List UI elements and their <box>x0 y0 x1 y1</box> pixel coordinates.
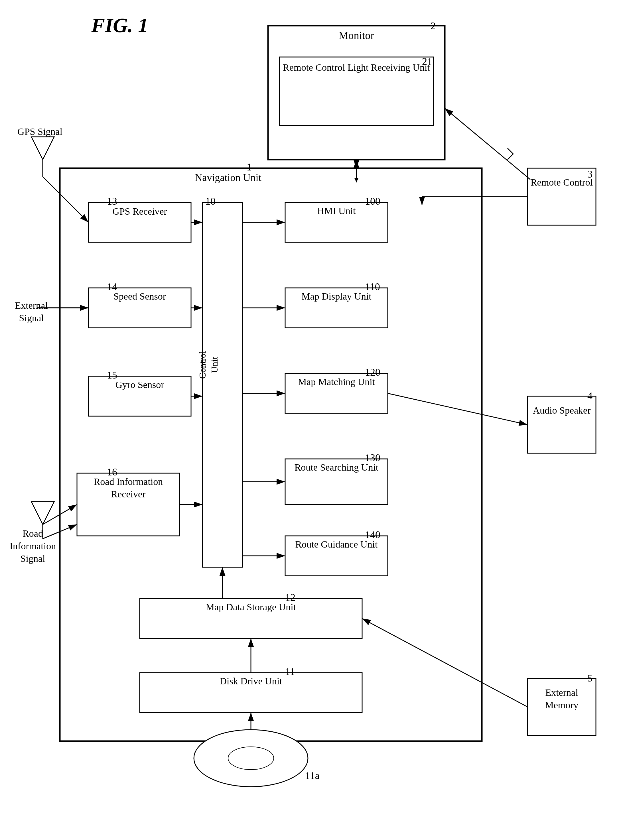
gps-receiver-label: GPS Receiver <box>90 205 190 218</box>
navigation-unit-label: Navigation Unit <box>171 171 285 185</box>
map-matching-unit-label: Map Matching Unit <box>286 376 386 388</box>
ref-11a: 11a <box>305 770 320 782</box>
svg-point-22 <box>228 747 274 770</box>
svg-marker-48 <box>354 178 358 182</box>
gps-signal-label: GPS Signal <box>11 126 68 138</box>
ref-1: 1 <box>247 161 252 173</box>
remote-control-light-label: Remote Control Light Receiving Unit <box>281 61 432 74</box>
hmi-unit-label: HMI Unit <box>286 205 386 217</box>
ref-10: 10 <box>205 195 216 207</box>
ref-5: 5 <box>588 672 592 684</box>
control-unit-label: Control Unit <box>197 342 221 388</box>
route-guidance-unit-label: Route Guidance Unit <box>286 538 386 551</box>
svg-point-21 <box>194 730 308 787</box>
road-info-signal-label: Road Information Signal <box>3 527 63 565</box>
map-display-unit-label: Map Display Unit <box>286 290 386 303</box>
remote-control-label: Remote Control <box>529 176 594 189</box>
svg-line-26 <box>43 177 89 222</box>
route-searching-unit-label: Route Searching Unit <box>286 461 386 474</box>
svg-rect-3 <box>60 168 482 741</box>
svg-line-45 <box>507 148 513 154</box>
svg-marker-24 <box>31 502 54 525</box>
svg-marker-23 <box>31 137 54 160</box>
disk-drive-unit-label: Disk Drive Unit <box>141 675 361 688</box>
monitor-label: Monitor <box>271 28 442 42</box>
svg-rect-4 <box>268 26 445 160</box>
gyro-sensor-label: Gyro Sensor <box>90 379 190 391</box>
svg-line-44 <box>507 154 513 160</box>
road-info-receiver-label: Road Information Receiver <box>78 475 178 500</box>
speed-sensor-label: Speed Sensor <box>90 290 190 303</box>
svg-line-52 <box>362 618 527 707</box>
figure-title: FIG. 1 <box>91 14 148 37</box>
svg-line-39 <box>388 393 527 425</box>
external-signal-label: External Signal <box>3 299 60 325</box>
svg-line-53 <box>43 505 77 525</box>
audio-speaker-label: Audio Speaker <box>529 404 594 417</box>
map-data-storage-label: Map Data Storage Unit <box>141 601 361 613</box>
ref-4: 4 <box>588 390 592 402</box>
svg-line-43 <box>445 108 530 180</box>
external-memory-label: External Memory <box>529 686 594 711</box>
svg-marker-47 <box>354 160 358 164</box>
